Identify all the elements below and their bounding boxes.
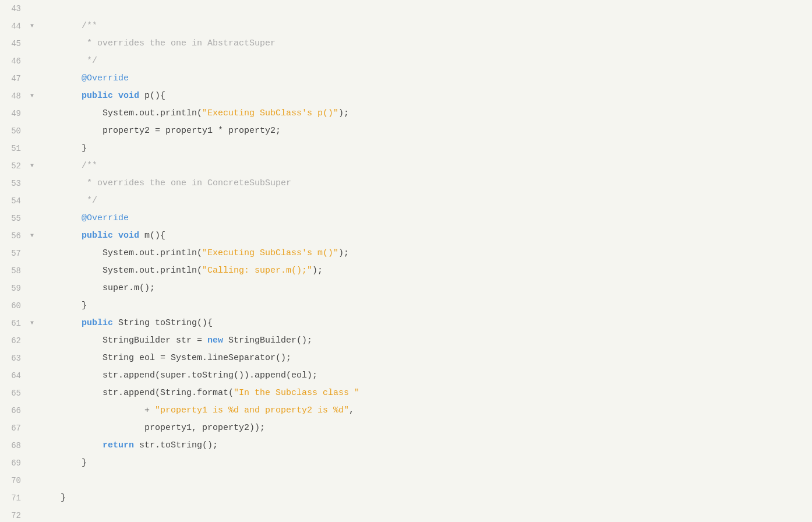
code-token-comment: */ (40, 56, 97, 66)
code-line: 69 } (0, 454, 812, 472)
code-line: 59 super.m(); (0, 280, 812, 297)
line-number: 65 (0, 385, 30, 402)
line-number: 72 (0, 507, 30, 522)
code-line: 52▼ /** (0, 157, 812, 175)
code-line: 68 return str.toString(); (0, 437, 812, 454)
line-number: 64 (0, 367, 30, 385)
line-number: 67 (0, 419, 30, 437)
code-content: } (40, 297, 812, 315)
code-content: public void p(){ (40, 87, 812, 105)
line-number: 68 (0, 437, 30, 454)
line-number: 66 (0, 402, 30, 419)
code-line: 65 str.append(String.format("In the Subc… (0, 385, 812, 402)
fold-arrow[interactable]: ▼ (30, 227, 40, 245)
code-line: 48▼ public void p(){ (0, 87, 812, 105)
code-line: 47 @Override (0, 70, 812, 87)
code-content: System.out.println("Executing SubClass's… (40, 245, 812, 262)
code-line: 56▼ public void m(){ (0, 227, 812, 245)
code-token-plain: ); (338, 248, 349, 258)
line-number: 51 (0, 140, 30, 157)
code-token-plain: } (40, 301, 87, 311)
code-line: 43 (0, 0, 812, 17)
code-line: 51 } (0, 140, 812, 157)
line-number: 48 (0, 87, 30, 105)
code-token-string: "Calling: super.m();" (202, 266, 312, 276)
line-number: 52 (0, 157, 30, 175)
code-token-plain: StringBuilder str = (40, 336, 207, 345)
code-content: public void m(){ (40, 227, 812, 245)
line-number: 47 (0, 70, 30, 87)
code-content: + "property1 is %d and property2 is %d", (40, 402, 812, 419)
code-content: @Override (40, 210, 812, 227)
code-content: str.append(String.format("In the Subclas… (40, 385, 812, 402)
code-token-plain: str.append(super.toString()).append(eol)… (40, 371, 317, 380)
code-token-plain: property2 = property1 * property2; (40, 126, 281, 136)
code-token-kw: void (118, 91, 139, 101)
code-line: 58 System.out.println("Calling: super.m(… (0, 262, 812, 280)
code-content: } (40, 489, 812, 507)
code-token-plain: str.append(String.format( (40, 388, 234, 398)
code-content: StringBuilder str = new StringBuilder(); (40, 332, 812, 350)
code-line: 49 System.out.println("Executing SubClas… (0, 105, 812, 122)
line-number: 59 (0, 280, 30, 297)
code-content: System.out.println("Executing SubClass's… (40, 105, 812, 122)
code-token-plain: super.m(); (40, 283, 155, 293)
code-token-plain: , (349, 405, 354, 415)
code-token-plain: ); (338, 108, 349, 118)
line-number: 55 (0, 210, 30, 227)
code-content: /** (40, 157, 812, 175)
code-token-plain (113, 231, 118, 241)
code-line: 50 property2 = property1 * property2; (0, 122, 812, 140)
line-number: 53 (0, 175, 30, 192)
code-line: 71 } (0, 489, 812, 507)
line-number: 45 (0, 35, 30, 52)
line-number: 44 (0, 17, 30, 35)
line-number: 69 (0, 454, 30, 472)
fold-arrow[interactable]: ▼ (30, 157, 40, 175)
code-token-plain: String eol = System.lineSeparator(); (40, 353, 291, 363)
code-token-plain: System.out.println( (40, 266, 202, 276)
code-line: 70 (0, 472, 812, 489)
code-content: String eol = System.lineSeparator(); (40, 350, 812, 367)
code-content: * overrides the one in ConcreteSubSuper (40, 175, 812, 192)
code-content: */ (40, 192, 812, 210)
code-content: property1, property2)); (40, 419, 812, 437)
code-token-kw: new (207, 336, 223, 345)
code-token-plain: ); (312, 266, 323, 276)
code-content: str.append(super.toString()).append(eol)… (40, 367, 812, 385)
code-line: 45 * overrides the one in AbstractSuper (0, 35, 812, 52)
fold-arrow[interactable]: ▼ (30, 17, 40, 35)
code-line: 46 */ (0, 52, 812, 70)
code-content: } (40, 454, 812, 472)
line-number: 46 (0, 52, 30, 70)
code-content: public String toString(){ (40, 315, 812, 332)
code-line: 54 */ (0, 192, 812, 210)
code-token-plain: System.out.println( (40, 108, 202, 118)
fold-arrow[interactable]: ▼ (30, 315, 40, 332)
code-token-comment: * overrides the one in ConcreteSubSuper (40, 178, 291, 188)
code-token-comment: */ (40, 196, 97, 206)
code-line: 63 String eol = System.lineSeparator(); (0, 350, 812, 367)
code-token-comment: /** (40, 21, 97, 31)
code-token-plain (113, 91, 118, 101)
code-token-kw: public (40, 231, 113, 241)
line-number: 54 (0, 192, 30, 210)
line-number: 63 (0, 350, 30, 367)
code-content: * overrides the one in AbstractSuper (40, 35, 812, 52)
line-number: 43 (0, 0, 30, 17)
code-line: 61▼ public String toString(){ (0, 315, 812, 332)
line-number: 56 (0, 227, 30, 245)
line-number: 71 (0, 489, 30, 507)
code-token-string: "Executing SubClass's p()" (202, 108, 338, 118)
code-token-plain: p(){ (139, 91, 165, 101)
code-content: System.out.println("Calling: super.m();"… (40, 262, 812, 280)
code-token-kw: void (118, 231, 139, 241)
code-content: property2 = property1 * property2; (40, 122, 812, 140)
fold-arrow[interactable]: ▼ (30, 87, 40, 105)
code-line: 57 System.out.println("Executing SubClas… (0, 245, 812, 262)
code-token-string: "property1 is %d and property2 is %d" (155, 405, 349, 415)
code-line: 60 } (0, 297, 812, 315)
code-line: 62 StringBuilder str = new StringBuilder… (0, 332, 812, 350)
code-token-annotation: @Override (40, 73, 129, 83)
code-token-kw: return (40, 440, 134, 450)
